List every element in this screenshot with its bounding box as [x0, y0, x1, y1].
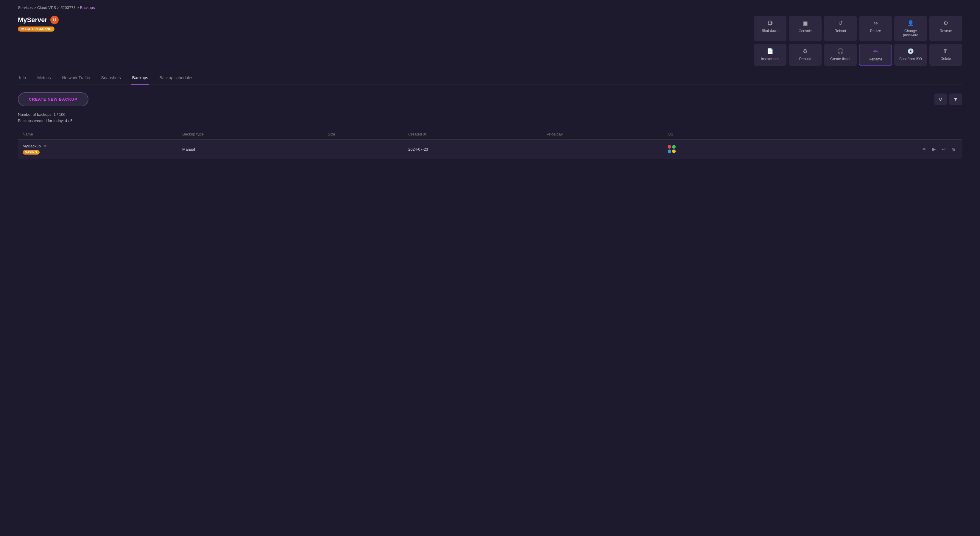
nav-tabs: Info Metrics Network Traffic Snapshots B… [18, 72, 962, 85]
shut-down-icon: ⏻ [767, 20, 773, 26]
backup-table: Name Backup type Size Created at Price/d… [18, 129, 962, 159]
rebuild-button[interactable]: ♻ Rebuild [789, 44, 822, 66]
refresh-button[interactable]: ↺ [934, 94, 947, 105]
ubuntu-icon: U [50, 16, 59, 24]
change-password-icon: 👤 [907, 20, 914, 27]
backup-type-cell: Manual [178, 140, 323, 159]
server-info: MyServer U IMAGE UPLOADING [18, 16, 59, 32]
saving-badge: SAVING [22, 150, 40, 154]
server-header: MyServer U IMAGE UPLOADING ⏻ Shut down ▣… [18, 16, 962, 66]
action-buttons-row1: ⏻ Shut down ▣ Console ↺ Reboot ⇔ Resize … [754, 16, 962, 41]
os-dot-green [672, 145, 676, 149]
breadcrumb-services[interactable]: Services [18, 5, 33, 10]
breadcrumb-server-id[interactable]: 5203773 [60, 5, 76, 10]
rename-button[interactable]: ✏ Rename [859, 44, 892, 66]
resize-icon: ⇔ [873, 20, 878, 27]
server-name: MyServer [18, 16, 47, 24]
tab-backup-schedules[interactable]: Backup schedules [158, 72, 194, 84]
boot-from-iso-label: Boot from ISO [899, 57, 922, 61]
backup-price-day-cell [542, 140, 663, 159]
boot-from-iso-button[interactable]: 💿 Boot from ISO [894, 44, 927, 66]
change-password-button[interactable]: 👤 Change password [894, 16, 927, 41]
number-of-backups: Number of backups: 1 / 100 [18, 112, 962, 117]
reboot-button[interactable]: ↺ Reboot [824, 16, 857, 41]
create-ticket-label: Create ticket [830, 57, 850, 61]
table-row: MyBackup ✏ SAVING Manual 2024-07-23 [18, 140, 962, 159]
tab-metrics[interactable]: Metrics [36, 72, 52, 84]
delete-button[interactable]: 🗑 Delete [929, 44, 962, 66]
rename-label: Rename [869, 57, 882, 61]
create-new-backup-button[interactable]: CREATE NEW BACKUP [18, 92, 88, 106]
create-ticket-button[interactable]: 🎧 Create ticket [824, 44, 857, 66]
backup-toolbar: CREATE NEW BACKUP ↺ ▼ [18, 92, 962, 106]
rebuild-icon: ♻ [803, 48, 808, 54]
backup-actions-cell: ✏ ▶ ↩ 🗑 [747, 140, 962, 159]
backups-today: Backups created for today: 4 / 5 [18, 119, 962, 123]
rebuild-label: Rebuild [799, 57, 811, 61]
console-icon: ▣ [803, 20, 808, 27]
tab-backups[interactable]: Backups [131, 72, 150, 84]
boot-from-iso-icon: 💿 [907, 48, 914, 54]
reboot-icon: ↺ [838, 20, 843, 27]
rescue-button[interactable]: ⚙ Rescue [929, 16, 962, 41]
backup-row-actions: ✏ ▶ ↩ 🗑 [752, 145, 958, 153]
instructions-label: Instructions [761, 57, 779, 61]
tab-snapshots[interactable]: Snapshots [100, 72, 122, 84]
breadcrumb-cloud-vps[interactable]: Cloud VPS [37, 5, 56, 10]
backup-rollback-button[interactable]: ↩ [941, 145, 947, 153]
resize-button[interactable]: ⇔ Resize [859, 16, 892, 41]
delete-icon: 🗑 [943, 48, 948, 54]
rescue-icon: ⚙ [943, 20, 948, 27]
col-os: OS [663, 129, 747, 140]
os-dot-red [668, 145, 671, 149]
col-actions [747, 129, 962, 140]
refresh-icon: ↺ [939, 97, 942, 102]
rescue-label: Rescue [940, 29, 952, 33]
col-name: Name [18, 129, 178, 140]
col-backup-type: Backup type [178, 129, 323, 140]
change-password-label: Change password [897, 29, 924, 37]
backup-edit-button[interactable]: ✏ [921, 145, 928, 153]
backup-os-cell [663, 140, 747, 159]
backup-delete-button[interactable]: 🗑 [951, 146, 958, 153]
backup-restore-button[interactable]: ▶ [931, 145, 937, 153]
filter-button[interactable]: ▼ [949, 94, 962, 105]
instructions-button[interactable]: 📄 Instructions [754, 44, 786, 66]
col-created-at: Created at [404, 129, 542, 140]
resize-label: Resize [870, 29, 881, 33]
rename-icon: ✏ [873, 48, 878, 55]
action-buttons-row2: 📄 Instructions ♻ Rebuild 🎧 Create ticket… [754, 44, 962, 66]
image-uploading-badge: IMAGE UPLOADING [18, 27, 54, 32]
delete-label: Delete [941, 57, 951, 61]
console-button[interactable]: ▣ Console [789, 16, 822, 41]
os-dot-yellow [672, 150, 676, 153]
backup-created-at-cell: 2024-07-23 [404, 140, 542, 159]
instructions-icon: 📄 [767, 48, 773, 54]
create-ticket-icon: 🎧 [837, 48, 844, 54]
stats-section: Number of backups: 1 / 100 Backups creat… [18, 112, 962, 123]
shut-down-label: Shut down [762, 29, 779, 33]
backup-name: MyBackup [22, 144, 41, 148]
reboot-label: Reboot [835, 29, 846, 33]
shut-down-button[interactable]: ⏻ Shut down [754, 16, 786, 41]
backup-name-cell: MyBackup ✏ SAVING [18, 140, 178, 159]
toolbar-right: ↺ ▼ [934, 94, 962, 105]
col-price-day: Price/day [542, 129, 663, 140]
os-dot-blue [668, 150, 671, 153]
breadcrumb-current: Backups [80, 5, 95, 10]
tab-network-traffic[interactable]: Network Traffic [61, 72, 91, 84]
action-buttons-container: ⏻ Shut down ▣ Console ↺ Reboot ⇔ Resize … [754, 16, 962, 66]
backup-size-cell [323, 140, 404, 159]
console-label: Console [799, 29, 812, 33]
col-size: Size [323, 129, 404, 140]
filter-icon: ▼ [953, 97, 958, 102]
backup-name-edit-icon[interactable]: ✏ [44, 144, 47, 148]
tab-info[interactable]: Info [18, 72, 27, 84]
os-icon [668, 145, 676, 153]
breadcrumb: Services > Cloud VPS > 5203773 > Backups [0, 0, 980, 13]
